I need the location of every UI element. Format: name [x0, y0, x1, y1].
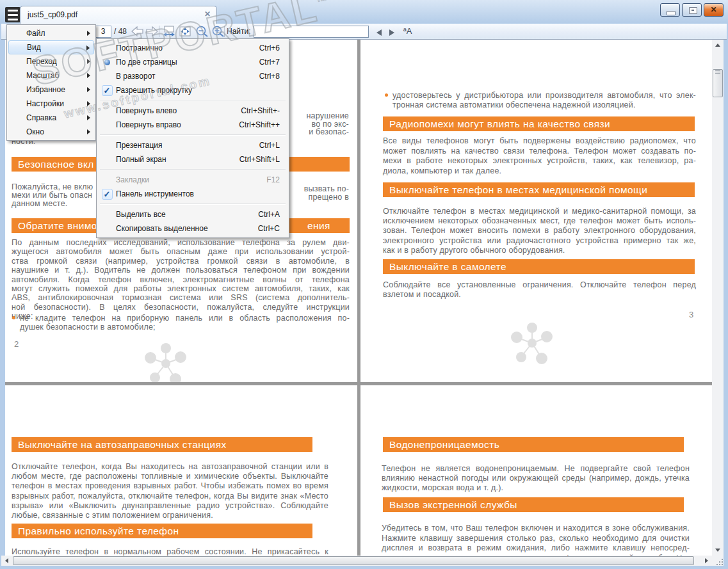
pdf-page-4: Выключайте на автозаправочных станциях О…: [5, 385, 357, 556]
match-case-icon[interactable]: ªA: [403, 26, 412, 36]
pdf-page-5: Водонепроницаемость Телефон не является …: [360, 385, 712, 556]
zoom-in-icon[interactable]: [211, 26, 225, 37]
close-button[interactable]: ✕: [704, 3, 724, 17]
submenu-arrow-icon: [87, 101, 90, 106]
pdf-page-3: удостоверьтесь у дистрибьютора или произ…: [360, 40, 712, 382]
text-fragment: данном месте.: [12, 199, 67, 208]
page-total-label: / 48: [114, 27, 127, 36]
scroll-up-button[interactable]: [712, 40, 724, 51]
paragraph: Отключайте телефон в местах медицинской …: [383, 207, 696, 255]
menu-item[interactable]: Выделить всеCtrl+A: [98, 207, 287, 221]
menu-item[interactable]: ПрезентацияCtrl+L: [98, 138, 287, 152]
section-header: Радиопомехи могут влиять на качество свя…: [383, 116, 695, 131]
scroll-left-button[interactable]: [1, 556, 12, 566]
horizontal-scrollbar-thumb[interactable]: [13, 556, 694, 565]
minimize-button[interactable]: [660, 3, 680, 17]
menu-item[interactable]: Повернуть вправоCtrl+Shift++: [98, 118, 287, 132]
vertical-scrollbar[interactable]: [712, 40, 724, 556]
menu-item[interactable]: Настройки: [8, 97, 94, 111]
menu-separator: [100, 204, 286, 205]
section-header: Выключайте на автозаправочных станциях: [12, 437, 312, 452]
app-window: just5_cp09.pdf ✕ ✕ 3 / 48: [0, 0, 728, 569]
checkmark-icon: ✓: [102, 189, 113, 200]
bullet-dot: [385, 93, 388, 97]
toolbar-separator: [224, 26, 225, 37]
zoom-out-icon[interactable]: [195, 26, 209, 37]
page-number-input[interactable]: 3: [95, 26, 111, 38]
bullet-dot: [12, 316, 15, 319]
menu-item[interactable]: ✓ Разрешить прокрутку: [98, 83, 287, 97]
maximize-button[interactable]: [682, 3, 702, 17]
horizontal-scrollbar[interactable]: [1, 556, 712, 566]
submenu-arrow-icon: [87, 59, 90, 64]
page-divider-vertical: [357, 40, 360, 556]
toolbar: 3 / 48 Найти: ªA: [1, 24, 727, 40]
text-fragment: мехи или быть опасн: [12, 191, 92, 200]
flower-watermark: [509, 320, 555, 366]
window-controls: ✕: [660, 3, 724, 17]
main-menu: Файл Вид Переход Масштаб Избранное Настр…: [6, 24, 96, 141]
section-header: Выключайте телефон в местах медицинской …: [383, 182, 695, 197]
tab-title: just5_cp09.pdf: [28, 10, 77, 19]
fit-width-icon[interactable]: [163, 26, 175, 37]
submenu-arrow-icon: [87, 31, 90, 36]
menu-item[interactable]: Избранное: [8, 83, 94, 97]
title-bar: just5_cp09.pdf ✕ ✕: [0, 0, 728, 24]
menu-item[interactable]: Переход: [8, 54, 94, 68]
text-fragment: Пожалуйста, не вклю: [12, 182, 93, 191]
paragraph: Отключайте телефон, когда Вы находитесь …: [12, 462, 328, 520]
paragraph: Убедитесь в том, что Ваш телефон включен…: [382, 524, 690, 556]
menu-item[interactable]: Справка: [8, 111, 94, 125]
text-fragment: вызвать по-: [304, 184, 349, 193]
menu-separator: [100, 169, 286, 170]
menu-item-disabled: ЗакладкиF12: [98, 173, 287, 187]
text-fragment: прещено в: [308, 193, 349, 202]
menu-item[interactable]: По две страницыCtrl+7: [98, 55, 287, 69]
fit-page-icon[interactable]: [179, 26, 191, 37]
menu-item[interactable]: Полный экранCtrl+Shift+L: [98, 152, 287, 166]
paragraph: Соблюдайте все установленные ограничения…: [383, 280, 696, 300]
menu-item[interactable]: ✓ Панель инструментов: [98, 187, 287, 201]
submenu-arrow-icon: [87, 129, 90, 134]
checkmark-icon: ✓: [102, 85, 113, 96]
menu-item[interactable]: Скопировать выделенноеCtrl+C: [98, 221, 287, 236]
menu-item[interactable]: Повернуть влевоCtrl+Shift+-: [98, 104, 287, 118]
find-next-icon[interactable]: [389, 29, 394, 36]
menu-item[interactable]: Файл: [8, 26, 94, 40]
radio-selected-icon: [104, 60, 110, 65]
menu-item[interactable]: В разворотCtrl+8: [98, 69, 287, 83]
scroll-right-button[interactable]: [701, 556, 712, 566]
submenu-arrow-icon: [87, 73, 90, 78]
menu-separator: [100, 134, 286, 136]
submenu-arrow-icon: [87, 115, 90, 120]
resize-grip[interactable]: [716, 559, 723, 565]
page-number: 3: [689, 310, 693, 319]
menu-separator: [100, 100, 286, 101]
menu-item[interactable]: Масштаб: [8, 68, 94, 83]
text-fragment: нарушениево по экс-и безопас-: [306, 112, 349, 136]
menu-item[interactable]: Окно: [8, 125, 94, 139]
page-number: 2: [14, 339, 19, 349]
paragraph: По данным последних исследований, исполь…: [12, 238, 350, 321]
submenu-arrow-icon: [86, 45, 90, 51]
find-input[interactable]: [254, 26, 369, 38]
toolbar-separator: [159, 26, 159, 37]
tab-close-icon[interactable]: ✕: [204, 10, 211, 19]
document-tab[interactable]: just5_cp09.pdf ✕: [20, 6, 217, 24]
vertical-scrollbar-thumb[interactable]: [713, 69, 723, 97]
hamburger-menu-icon[interactable]: [5, 7, 20, 22]
menu-item[interactable]: ПостраничноCtrl+6: [98, 41, 287, 55]
paragraph: Телефон не является водонепроницаемым. Н…: [382, 464, 690, 493]
page-back-icon[interactable]: [131, 26, 144, 36]
section-header: Выключайте в самолете: [383, 259, 695, 274]
submenu-arrow-icon: [87, 87, 90, 92]
section-header: Водонепроницаемость: [383, 437, 684, 452]
page-forward-icon[interactable]: [145, 26, 158, 36]
bullet-item: удостоверьтесь у дистрибьютора или произ…: [384, 91, 696, 110]
view-submenu: ПостраничноCtrl+6 По две страницыCtrl+7 …: [96, 38, 289, 238]
find-label: Найти:: [227, 27, 251, 36]
menu-item[interactable]: Вид: [8, 40, 94, 54]
find-previous-icon[interactable]: [376, 29, 382, 36]
scroll-down-button[interactable]: [712, 545, 724, 556]
section-header: Вызов экстренной службы: [383, 497, 684, 512]
